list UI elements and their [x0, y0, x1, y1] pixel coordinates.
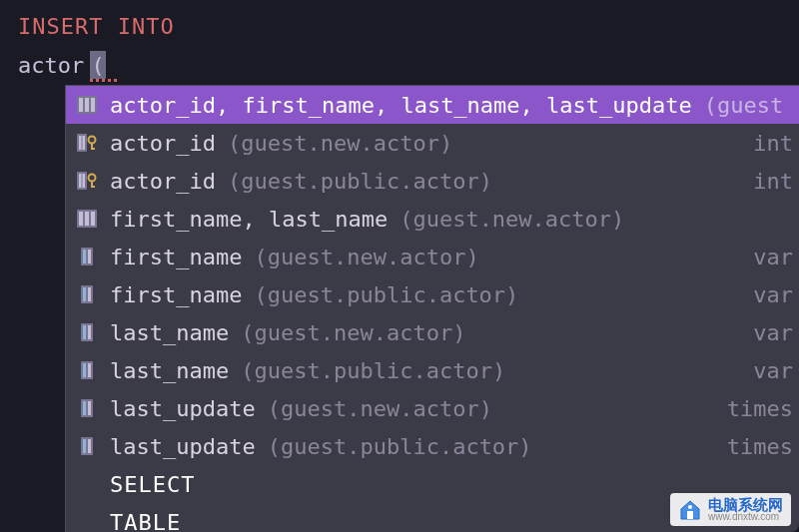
completion-type: var	[753, 358, 793, 383]
svg-rect-10	[77, 172, 87, 190]
completion-label: first_name	[110, 245, 242, 269]
completion-item[interactable]: last_update(guest.new.actor)times	[66, 389, 799, 427]
completion-label: actor_id	[110, 131, 216, 156]
completion-type: int	[753, 131, 793, 156]
completion-label: actor_id	[110, 169, 216, 194]
key-column-icon	[76, 133, 98, 153]
none-icon	[76, 512, 98, 532]
svg-rect-32	[81, 399, 93, 417]
completion-item[interactable]: first_name(guest.public.actor)var	[66, 275, 799, 313]
svg-rect-2	[85, 98, 89, 112]
column-icon	[76, 398, 98, 418]
svg-rect-38	[687, 511, 693, 519]
none-icon	[76, 474, 98, 494]
svg-rect-33	[83, 401, 86, 415]
completion-source: (guest.new.actor)	[400, 207, 624, 232]
table-name: actor	[18, 53, 84, 78]
svg-rect-19	[91, 212, 95, 226]
completion-label: last_name	[110, 320, 229, 345]
completion-label: first_name	[110, 282, 242, 307]
autocomplete-popup[interactable]: actor_id, first_name, last_name, last_up…	[65, 85, 799, 532]
completion-item[interactable]: first_name(guest.new.actor)var	[66, 238, 799, 275]
svg-rect-12	[83, 174, 86, 188]
svg-rect-29	[81, 361, 93, 379]
svg-rect-1	[79, 98, 83, 112]
completion-item[interactable]: last_name(guest.new.actor)var	[66, 313, 799, 351]
completion-source: (guest.public.actor)	[268, 434, 532, 459]
watermark-url: www.dnxtw.com	[708, 512, 783, 522]
completion-source: (guest.new.actor)	[241, 320, 465, 345]
completion-label: first_name, last_name	[110, 207, 388, 232]
sql-keyword-line: INSERT INTO	[0, 0, 799, 47]
column-icon	[76, 284, 98, 304]
column-icon	[76, 322, 98, 342]
key-column-icon	[76, 171, 98, 191]
completion-source: (guest.public.actor)	[254, 282, 518, 307]
completion-source: (guest	[704, 93, 783, 118]
svg-rect-15	[91, 186, 95, 188]
svg-rect-21	[83, 250, 86, 264]
completion-type: var	[753, 320, 793, 345]
svg-rect-26	[81, 323, 93, 341]
completion-source: (guest.new.actor)	[254, 245, 478, 269]
svg-rect-34	[88, 401, 91, 415]
svg-rect-24	[83, 287, 86, 301]
completion-item[interactable]: last_update(guest.public.actor)times	[66, 427, 799, 465]
svg-rect-6	[83, 136, 86, 150]
svg-rect-3	[91, 98, 95, 112]
columns-icon	[76, 95, 98, 115]
completion-type: var	[753, 282, 793, 307]
completion-label: last_update	[110, 396, 256, 421]
keyword-insert-into: INSERT INTO	[18, 14, 175, 39]
completion-label: TABLE	[110, 510, 181, 533]
house-icon	[678, 498, 702, 522]
completion-source: (guest.public.actor)	[241, 358, 505, 383]
svg-rect-30	[83, 363, 86, 377]
completion-type: times	[727, 434, 793, 459]
svg-rect-37	[88, 439, 91, 453]
completion-type: times	[727, 396, 793, 421]
svg-rect-28	[88, 325, 91, 339]
columns-icon	[76, 209, 98, 229]
svg-point-13	[89, 175, 96, 182]
svg-rect-5	[79, 136, 82, 150]
svg-rect-22	[88, 250, 91, 264]
completion-source: (guest.new.actor)	[228, 131, 452, 156]
open-paren: (	[92, 53, 105, 78]
completion-type: int	[753, 169, 793, 194]
column-icon	[76, 247, 98, 266]
completion-type: var	[753, 245, 793, 269]
svg-rect-20	[81, 248, 93, 266]
watermark-title: 电脑系统网	[708, 497, 783, 512]
completion-source: (guest.public.actor)	[228, 169, 492, 194]
svg-rect-18	[85, 212, 89, 226]
svg-rect-25	[88, 287, 91, 301]
column-icon	[76, 436, 98, 456]
completion-item[interactable]: first_name, last_name(guest.new.actor)	[66, 200, 799, 238]
svg-rect-35	[81, 437, 93, 455]
svg-rect-27	[83, 325, 86, 339]
column-icon	[76, 360, 98, 380]
completion-item[interactable]: actor_id, first_name, last_name, last_up…	[66, 86, 799, 124]
svg-rect-9	[91, 148, 95, 150]
completion-label: last_name	[110, 358, 229, 383]
completion-label: actor_id, first_name, last_name, last_up…	[110, 93, 692, 118]
svg-rect-17	[79, 212, 83, 226]
completion-item[interactable]: actor_id(guest.new.actor)int	[66, 124, 799, 162]
svg-rect-11	[79, 174, 82, 188]
completion-label: SELECT	[110, 472, 195, 497]
text-cursor: (	[90, 51, 106, 79]
svg-rect-36	[83, 439, 86, 453]
completion-item[interactable]: actor_id(guest.public.actor)int	[66, 162, 799, 200]
svg-rect-23	[81, 285, 93, 303]
completion-label: last_update	[110, 434, 256, 459]
svg-point-39	[688, 505, 692, 509]
watermark: 电脑系统网 www.dnxtw.com	[670, 493, 791, 526]
completion-source: (guest.new.actor)	[268, 396, 492, 421]
completion-item[interactable]: last_name(guest.public.actor)var	[66, 351, 799, 389]
svg-rect-31	[88, 363, 91, 377]
sql-table-line[interactable]: actor (	[0, 47, 799, 85]
svg-point-7	[89, 137, 96, 144]
svg-rect-4	[77, 134, 87, 152]
